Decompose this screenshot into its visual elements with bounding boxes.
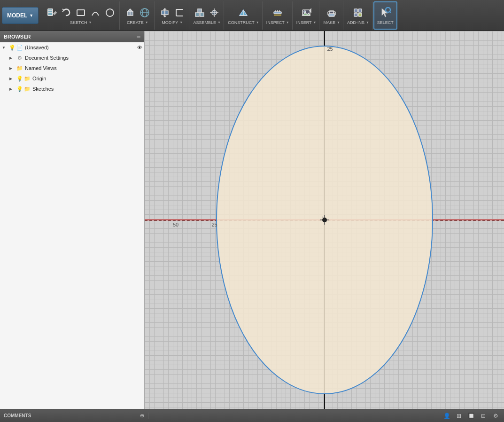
create-group[interactable]: CREATE ▼ (121, 1, 155, 30)
tree-item-origin[interactable]: ▶ 💡 📁 Origin (0, 73, 144, 84)
nav-grid-icon[interactable]: ⊟ (479, 411, 488, 421)
svg-point-4 (106, 9, 114, 16)
tree-arrow-doc-settings: ▶ (9, 56, 16, 60)
svg-rect-33 (330, 11, 333, 14)
rect-icon (74, 6, 87, 19)
nav-person-icon[interactable]: 👤 (442, 411, 451, 421)
construct-caret: ▼ (256, 21, 259, 24)
named-views-label: Named Views (25, 65, 57, 71)
tree-item-named-views[interactable]: ▶ 📁 Named Views (0, 63, 144, 73)
tree-item-doc-settings[interactable]: ▶ ⚙ Document Settings (0, 53, 144, 63)
addins-icons (351, 6, 364, 19)
svg-point-35 (333, 13, 334, 14)
tree-arrow-origin: ▶ (9, 77, 16, 81)
tree-arrow-sketches: ▶ (9, 87, 16, 91)
construct-label: CONSTRUCT (228, 20, 255, 25)
inspect-group[interactable]: INSPECT ▼ (264, 1, 293, 30)
lightbulb-icon: 💡 (8, 44, 16, 51)
svg-rect-15 (198, 9, 202, 13)
folder-named-views-icon: 📁 (16, 64, 23, 72)
make-icons (325, 6, 338, 19)
svg-rect-3 (77, 10, 85, 16)
print-icon (325, 6, 338, 19)
doc-settings-label: Document Settings (25, 55, 69, 61)
select-cursor-icon (379, 6, 392, 19)
modify-caret: ▼ (179, 21, 183, 24)
tree-item-sketches[interactable]: ▶ 💡 📁 Sketches (0, 84, 144, 94)
sketch-group[interactable]: SKETCH ▼ (42, 1, 120, 30)
joint-icon (208, 6, 221, 19)
sketch-icons (45, 6, 116, 19)
browser-content: ▼ 💡 📄 (Unsaved) 👁 ▶ ⚙ Document Settings … (0, 42, 144, 409)
svg-rect-36 (354, 9, 357, 12)
main-area: BROWSER – ▼ 💡 📄 (Unsaved) 👁 ▶ ⚙ Document… (0, 31, 504, 409)
tree-arrow-named-views: ▶ (9, 66, 16, 70)
undo-icon (60, 6, 73, 19)
nav-layout-icon[interactable]: ⊞ (454, 411, 464, 421)
modify-group[interactable]: MODIFY ▼ (155, 1, 189, 30)
document-icon: 📄 (16, 44, 23, 51)
push-pull-icon (158, 6, 171, 19)
addins-caret: ▼ (366, 21, 369, 24)
gear-icon: ⚙ (16, 54, 23, 62)
arc-icon (89, 6, 102, 19)
select-icons (379, 6, 392, 19)
comments-expand-icon[interactable]: ⊕ (140, 413, 144, 419)
browser-panel: BROWSER – ▼ 💡 📄 (Unsaved) 👁 ▶ ⚙ Document… (0, 31, 145, 409)
create-icons (124, 6, 151, 19)
svg-line-42 (389, 11, 391, 13)
dim-label-25-left: 25 (212, 222, 217, 227)
select-group[interactable]: SELECT (373, 1, 397, 30)
inspect-label: INSPECT (266, 20, 285, 25)
plane-icon (237, 6, 250, 19)
assemble-group[interactable]: ASSEMBLE ▼ (190, 1, 224, 30)
browser-title: BROWSER (4, 34, 31, 39)
model-caret: ▼ (29, 13, 33, 18)
addins-group[interactable]: ADD-INS ▼ (344, 1, 372, 30)
dim-label-25-top: 25 (327, 46, 333, 52)
fillet-icon (173, 6, 186, 19)
visibility-icon[interactable]: 👁 (137, 45, 142, 50)
insert-icons (300, 6, 313, 19)
folder-origin-icon: 📁 (23, 75, 31, 82)
center-point[interactable] (322, 218, 327, 222)
dim-label-50: 50 (173, 222, 178, 227)
insert-group[interactable]: INSERT ▼ (294, 1, 320, 30)
inspect-caret: ▼ (286, 21, 289, 24)
model-button[interactable]: MODEL ▼ (2, 7, 39, 24)
svg-rect-38 (354, 13, 357, 16)
canvas-area[interactable]: 25 25 50 (145, 31, 504, 409)
assemble-label: ASSEMBLE (194, 20, 217, 25)
svg-rect-39 (358, 13, 362, 16)
eye-sketches-icon: 💡 (16, 85, 23, 93)
make-label: MAKE (323, 20, 335, 25)
tree-arrow-unsaved: ▼ (2, 46, 8, 50)
construct-icons (237, 6, 250, 19)
comments-label: COMMENTS (4, 413, 31, 418)
nav-settings-icon[interactable]: ⚙ (491, 411, 500, 421)
create-caret: ▼ (145, 21, 148, 24)
origin-label: Origin (32, 76, 46, 81)
select-label: SELECT (377, 20, 394, 25)
sketches-label: Sketches (32, 86, 54, 92)
svg-rect-37 (358, 9, 362, 12)
bottom-bar-left: COMMENTS ⊕ (4, 413, 148, 419)
construct-group[interactable]: CONSTRUCT ▼ (225, 1, 262, 30)
circle-icon (103, 6, 116, 19)
inspect-icons (271, 6, 284, 19)
sketch-caret: ▼ (89, 21, 92, 24)
nav-view-icon[interactable]: 🔲 (466, 411, 476, 421)
insert-label: INSERT (296, 20, 312, 25)
modify-icons (158, 6, 186, 19)
assemble-caret: ▼ (217, 21, 221, 24)
folder-sketches-icon: 📁 (23, 85, 31, 93)
bottom-bar-right: 👤 ⊞ 🔲 ⊟ ⚙ (150, 411, 500, 421)
modify-label: MODIFY (162, 20, 178, 25)
make-group[interactable]: MAKE ▼ (320, 1, 343, 30)
assemble-icons (193, 6, 221, 19)
unsaved-label: (Unsaved) (25, 45, 49, 50)
tree-item-unsaved[interactable]: ▼ 💡 📄 (Unsaved) 👁 (0, 42, 144, 53)
browser-collapse-icon[interactable]: – (137, 33, 140, 40)
measure-icon (271, 6, 284, 19)
insert-image-icon (300, 6, 313, 19)
